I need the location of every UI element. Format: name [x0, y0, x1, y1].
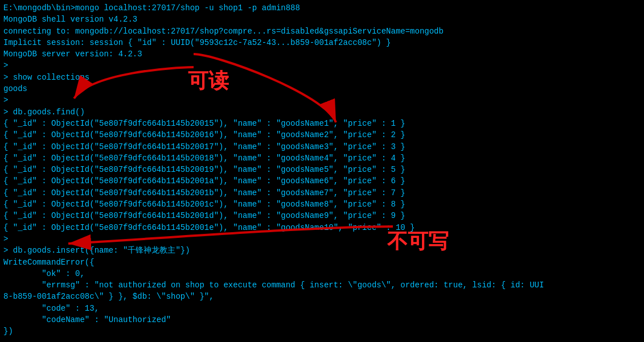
terminal-line: { "_id" : ObjectId("5e807f9dfc664b1145b2…	[3, 164, 641, 175]
terminal-line: connecting to: mongodb://localhost:27017…	[3, 26, 641, 37]
terminal-line: { "_id" : ObjectId("5e807f9dfc664b1145b2…	[3, 187, 641, 199]
terminal-line: "errmsg" : "not authorized on shop to ex…	[3, 279, 641, 291]
terminal-line: })	[3, 325, 641, 337]
terminal-line: "codeName" : "Unauthorized"	[3, 314, 641, 325]
terminal-line: Implicit session: session { "id" : UUID(…	[3, 37, 641, 48]
arrow-kedu-to-find	[159, 48, 347, 134]
terminal-line: { "_id" : ObjectId("5e807f9dfc664b1145b2…	[3, 199, 641, 210]
terminal-line: { "_id" : ObjectId("5e807f9dfc664b1145b2…	[3, 175, 641, 187]
terminal-line: 8-b859-001af2acc08c\" } }, $db: \"shop\"…	[3, 291, 641, 302]
terminal-line: "code" : 13,	[3, 303, 641, 314]
terminal-line: "ok" : 0,	[3, 268, 641, 279]
terminal-line: MongoDB shell version v4.2.3	[3, 14, 641, 25]
terminal-line: { "_id" : ObjectId("5e807f9dfc664b1145b2…	[3, 210, 641, 221]
terminal-line: E:\mongodb\bin>mongo localhost:27017/sho…	[3, 2, 641, 14]
terminal-window: E:\mongodb\bin>mongo localhost:27017/sho…	[0, 0, 644, 342]
terminal-line: WriteCommandError({	[3, 257, 641, 268]
terminal-line: { "_id" : ObjectId("5e807f9dfc664b1145b2…	[3, 153, 641, 164]
arrow-buke-to-insert	[57, 221, 399, 252]
terminal-line: { "_id" : ObjectId("5e807f9dfc664b1145b2…	[3, 141, 641, 153]
